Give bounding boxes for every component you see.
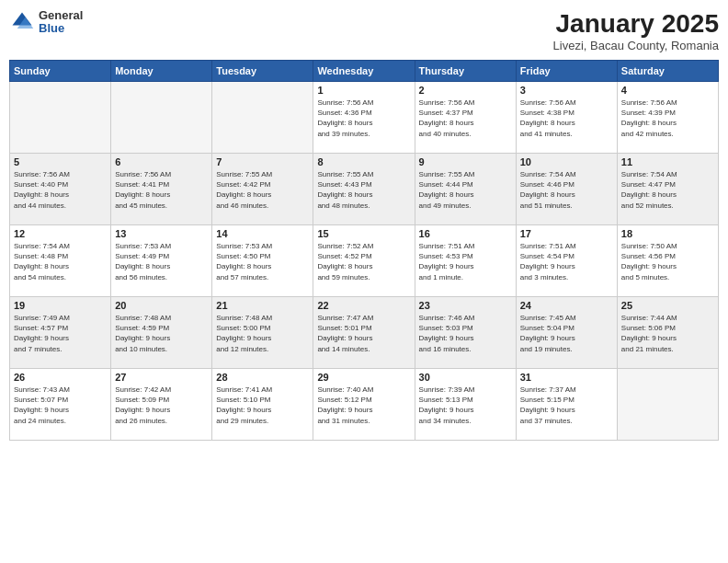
day-info: Sunrise: 7:39 AM Sunset: 5:13 PM Dayligh… [419, 385, 512, 426]
header-wednesday: Wednesday [313, 61, 415, 82]
calendar-day-cell: 19Sunrise: 7:49 AM Sunset: 4:57 PM Dayli… [10, 297, 111, 369]
logo: General Blue [9, 9, 83, 36]
calendar-week-row: 12Sunrise: 7:54 AM Sunset: 4:48 PM Dayli… [10, 225, 719, 297]
logo-blue-text: Blue [39, 22, 83, 35]
calendar-day-cell: 14Sunrise: 7:53 AM Sunset: 4:50 PM Dayli… [212, 225, 313, 297]
header-sunday: Sunday [10, 61, 111, 82]
calendar-day-cell: 30Sunrise: 7:39 AM Sunset: 5:13 PM Dayli… [415, 369, 516, 441]
page: General Blue January 2025 Livezi, Bacau … [0, 0, 728, 563]
day-number: 1 [317, 85, 410, 96]
day-number: 16 [419, 228, 512, 239]
header: General Blue January 2025 Livezi, Bacau … [9, 9, 719, 52]
day-info: Sunrise: 7:53 AM Sunset: 4:50 PM Dayligh… [216, 241, 309, 282]
day-info: Sunrise: 7:56 AM Sunset: 4:41 PM Dayligh… [115, 169, 208, 211]
title-block: January 2025 Livezi, Bacau County, Roman… [553, 9, 719, 52]
day-info: Sunrise: 7:48 AM Sunset: 5:00 PM Dayligh… [216, 313, 309, 354]
day-number: 19 [14, 300, 107, 311]
calendar-day-cell: 23Sunrise: 7:46 AM Sunset: 5:03 PM Dayli… [415, 297, 516, 369]
calendar-week-row: 1Sunrise: 7:56 AM Sunset: 4:36 PM Daylig… [10, 82, 719, 154]
day-number: 4 [621, 85, 714, 96]
day-info: Sunrise: 7:43 AM Sunset: 5:07 PM Dayligh… [14, 385, 107, 426]
calendar-day-cell: 6Sunrise: 7:56 AM Sunset: 4:41 PM Daylig… [111, 154, 212, 225]
day-number: 24 [520, 300, 613, 311]
day-number: 30 [419, 372, 512, 383]
day-number: 27 [115, 372, 208, 383]
calendar-day-cell: 21Sunrise: 7:48 AM Sunset: 5:00 PM Dayli… [212, 297, 313, 369]
day-info: Sunrise: 7:49 AM Sunset: 4:57 PM Dayligh… [14, 313, 107, 354]
day-info: Sunrise: 7:45 AM Sunset: 5:04 PM Dayligh… [520, 313, 613, 354]
logo-text: General Blue [39, 9, 83, 36]
header-tuesday: Tuesday [212, 61, 313, 82]
day-number: 6 [115, 156, 208, 167]
calendar-day-cell [212, 82, 313, 154]
calendar-day-cell: 9Sunrise: 7:55 AM Sunset: 4:44 PM Daylig… [415, 154, 516, 225]
calendar-day-cell: 5Sunrise: 7:56 AM Sunset: 4:40 PM Daylig… [10, 154, 111, 225]
day-number: 12 [14, 228, 107, 239]
calendar-day-cell: 15Sunrise: 7:52 AM Sunset: 4:52 PM Dayli… [313, 225, 415, 297]
day-info: Sunrise: 7:54 AM Sunset: 4:46 PM Dayligh… [520, 169, 613, 211]
day-number: 23 [419, 300, 512, 311]
calendar-day-cell: 17Sunrise: 7:51 AM Sunset: 4:54 PM Dayli… [516, 225, 617, 297]
day-info: Sunrise: 7:42 AM Sunset: 5:09 PM Dayligh… [115, 385, 208, 426]
day-info: Sunrise: 7:50 AM Sunset: 4:56 PM Dayligh… [621, 241, 714, 282]
subtitle: Livezi, Bacau County, Romania [553, 39, 719, 52]
calendar-day-cell: 29Sunrise: 7:40 AM Sunset: 5:12 PM Dayli… [313, 369, 415, 441]
calendar-week-row: 19Sunrise: 7:49 AM Sunset: 4:57 PM Dayli… [10, 297, 719, 369]
day-number: 10 [520, 156, 613, 167]
calendar-day-cell: 11Sunrise: 7:54 AM Sunset: 4:47 PM Dayli… [617, 154, 718, 225]
day-number: 17 [520, 228, 613, 239]
day-number: 11 [621, 156, 714, 167]
calendar-day-cell [617, 369, 718, 441]
day-info: Sunrise: 7:54 AM Sunset: 4:48 PM Dayligh… [14, 241, 107, 282]
logo-general-text: General [39, 9, 83, 22]
day-number: 18 [621, 228, 714, 239]
day-info: Sunrise: 7:55 AM Sunset: 4:42 PM Dayligh… [216, 169, 309, 211]
calendar-table: Sunday Monday Tuesday Wednesday Thursday… [9, 60, 719, 441]
header-thursday: Thursday [415, 61, 516, 82]
day-info: Sunrise: 7:37 AM Sunset: 5:15 PM Dayligh… [520, 385, 613, 426]
day-number: 13 [115, 228, 208, 239]
day-info: Sunrise: 7:54 AM Sunset: 4:47 PM Dayligh… [621, 169, 714, 211]
calendar-day-cell: 18Sunrise: 7:50 AM Sunset: 4:56 PM Dayli… [617, 225, 718, 297]
day-number: 9 [419, 156, 512, 167]
day-info: Sunrise: 7:56 AM Sunset: 4:37 PM Dayligh… [419, 98, 512, 139]
day-number: 25 [621, 300, 714, 311]
day-number: 3 [520, 85, 613, 96]
calendar-day-cell: 31Sunrise: 7:37 AM Sunset: 5:15 PM Dayli… [516, 369, 617, 441]
day-info: Sunrise: 7:55 AM Sunset: 4:44 PM Dayligh… [419, 169, 512, 211]
day-info: Sunrise: 7:41 AM Sunset: 5:10 PM Dayligh… [216, 385, 309, 426]
calendar-day-cell [10, 82, 111, 154]
day-info: Sunrise: 7:56 AM Sunset: 4:39 PM Dayligh… [621, 98, 714, 139]
day-number: 8 [317, 156, 410, 167]
calendar-day-cell: 16Sunrise: 7:51 AM Sunset: 4:53 PM Dayli… [415, 225, 516, 297]
calendar-week-row: 26Sunrise: 7:43 AM Sunset: 5:07 PM Dayli… [10, 369, 719, 441]
day-info: Sunrise: 7:53 AM Sunset: 4:49 PM Dayligh… [115, 241, 208, 282]
calendar-day-cell: 4Sunrise: 7:56 AM Sunset: 4:39 PM Daylig… [617, 82, 718, 154]
calendar-day-cell: 3Sunrise: 7:56 AM Sunset: 4:38 PM Daylig… [516, 82, 617, 154]
calendar-day-cell: 28Sunrise: 7:41 AM Sunset: 5:10 PM Dayli… [212, 369, 313, 441]
header-saturday: Saturday [617, 61, 718, 82]
day-number: 29 [317, 372, 410, 383]
calendar-day-cell: 13Sunrise: 7:53 AM Sunset: 4:49 PM Dayli… [111, 225, 212, 297]
day-info: Sunrise: 7:52 AM Sunset: 4:52 PM Dayligh… [317, 241, 410, 282]
day-info: Sunrise: 7:51 AM Sunset: 4:54 PM Dayligh… [520, 241, 613, 282]
day-number: 15 [317, 228, 410, 239]
header-monday: Monday [111, 61, 212, 82]
day-info: Sunrise: 7:51 AM Sunset: 4:53 PM Dayligh… [419, 241, 512, 282]
calendar-day-cell: 12Sunrise: 7:54 AM Sunset: 4:48 PM Dayli… [10, 225, 111, 297]
day-number: 21 [216, 300, 309, 311]
day-number: 20 [115, 300, 208, 311]
day-info: Sunrise: 7:56 AM Sunset: 4:36 PM Dayligh… [317, 98, 410, 139]
calendar-day-cell: 1Sunrise: 7:56 AM Sunset: 4:36 PM Daylig… [313, 82, 415, 154]
day-info: Sunrise: 7:40 AM Sunset: 5:12 PM Dayligh… [317, 385, 410, 426]
day-info: Sunrise: 7:48 AM Sunset: 4:59 PM Dayligh… [115, 313, 208, 354]
weekday-header-row: Sunday Monday Tuesday Wednesday Thursday… [10, 61, 719, 82]
day-number: 7 [216, 156, 309, 167]
calendar-day-cell: 2Sunrise: 7:56 AM Sunset: 4:37 PM Daylig… [415, 82, 516, 154]
day-number: 22 [317, 300, 410, 311]
main-title: January 2025 [553, 9, 719, 39]
day-number: 2 [419, 85, 512, 96]
calendar-day-cell: 24Sunrise: 7:45 AM Sunset: 5:04 PM Dayli… [516, 297, 617, 369]
day-number: 26 [14, 372, 107, 383]
calendar-day-cell: 25Sunrise: 7:44 AM Sunset: 5:06 PM Dayli… [617, 297, 718, 369]
